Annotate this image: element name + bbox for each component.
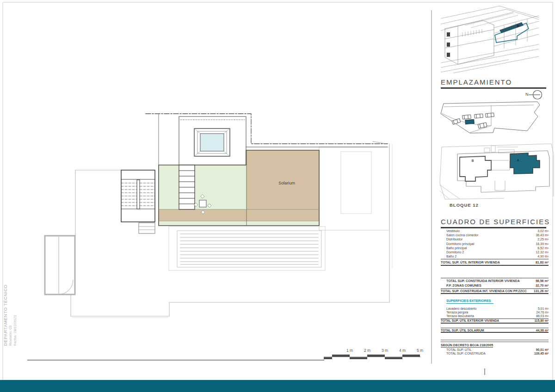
table-row: TOTAL SUP. ÚTIL EXTERIOR VIVIENDA115,80 … bbox=[441, 318, 549, 324]
table-row: TOTAL SUP. CONSTRUIDA INTERIOR VIVIENDA9… bbox=[441, 279, 549, 283]
plan-sheet-graphics bbox=[0, 0, 555, 392]
emplazamiento-title: EMPLAZAMIENTO bbox=[441, 78, 546, 89]
department-label: DEPARTAMENTO TÉCNICO bbox=[3, 276, 8, 346]
table-row: Dormitorio principal16,39 m² bbox=[441, 242, 549, 246]
cuadro-title: CUADRO DE SUPERFICIES bbox=[441, 218, 546, 228]
scale-label: 5 m bbox=[413, 348, 427, 353]
table-row: Baño 24,90 m² bbox=[441, 254, 549, 258]
table-row: Baño principal6,52 m² bbox=[441, 246, 549, 250]
interior-surfaces-table: Vestíbulo3,02 m²Salon cocina comedor36,4… bbox=[441, 229, 549, 266]
north-indicator-icon bbox=[529, 91, 542, 99]
date-label: Fecha: 28/12/2021 bbox=[13, 276, 17, 346]
bloque-label: BLOQUE 12 bbox=[450, 202, 479, 208]
scale-bar bbox=[324, 355, 421, 359]
drawing-sheet: Solarium N B A EMPLAZAMIENTO BLOQUE 12 C… bbox=[0, 0, 555, 392]
table-row: TOTAL SUP. CONSTRUIDA139,45 m² bbox=[441, 351, 549, 355]
table-row: Terraza descubierta86,03 m² bbox=[441, 314, 549, 318]
table-row: TOTAL SUP. ÚTIL INTERIOR VIVIENDA81,83 m… bbox=[441, 259, 549, 266]
built-surfaces-table: TOTAL SUP. CONSTRUIDA INTERIOR VIVIENDA9… bbox=[441, 278, 549, 294]
table-row: Dormitorio 212,32 m² bbox=[441, 250, 549, 254]
decree-table: SEGÚN DECRETO BOJA 218/2005 TOTAL SUP. Ú… bbox=[441, 340, 549, 355]
scale-label: 1 m bbox=[343, 348, 357, 353]
scale-label: 4 m bbox=[395, 348, 409, 353]
table-row: Distribuidor2,25 m² bbox=[441, 237, 549, 241]
exterior-surfaces-table: Lavadero descubierto5,01 m²Terraza pergo… bbox=[441, 306, 549, 324]
block-a-label: A bbox=[514, 159, 522, 162]
scale-label: 3 m bbox=[378, 348, 392, 353]
block-b-label: B bbox=[469, 159, 476, 162]
double-rule bbox=[441, 340, 549, 342]
title-block-note: DEPARTAMENTO TÉCNICO Revisión: 03 Fecha:… bbox=[3, 276, 20, 346]
decree-rows: TOTAL SUP. ÚTIL90,01 m²TOTAL SUP. CONSTR… bbox=[441, 348, 549, 355]
table-row: TOTAL SUP. CONSTRUIDA INT. VIVIENDA CON … bbox=[441, 288, 549, 294]
table-row: P.P. ZONAS COMUNES32,70 m² bbox=[441, 283, 549, 288]
exterior-surfaces-heading: SUPERFICIES EXTERIORES bbox=[446, 299, 493, 304]
site-plan-drawing bbox=[441, 102, 540, 133]
revision-label: Revisión: 03 bbox=[8, 276, 12, 346]
solarium-room-label: Solarium bbox=[266, 181, 308, 185]
block-plan-drawing bbox=[440, 144, 554, 199]
axonometric-view bbox=[441, 6, 539, 73]
decree-heading: SEGÚN DECRETO BOJA 218/2005 bbox=[441, 343, 549, 347]
table-row: Lavadero descubierto5,01 m² bbox=[441, 306, 549, 310]
table-row: TOTAL SUP. ÚTIL90,01 m² bbox=[441, 348, 549, 351]
solarium-total-table: TOTAL SUP. ÚTIL SOLARIUM44,98 m² bbox=[441, 327, 549, 333]
north-label: N bbox=[525, 92, 529, 97]
floor-plan-drawing bbox=[28, 114, 392, 360]
footer-band bbox=[0, 380, 555, 392]
table-row: Terraza pergola24,76 m² bbox=[441, 310, 549, 314]
table-row: TOTAL SUP. ÚTIL SOLARIUM44,98 m² bbox=[441, 328, 549, 333]
scale-label: 2 m bbox=[360, 348, 374, 353]
table-row: Salon cocina comedor36,43 m² bbox=[441, 233, 549, 237]
table-row: Vestíbulo3,02 m² bbox=[441, 229, 549, 233]
